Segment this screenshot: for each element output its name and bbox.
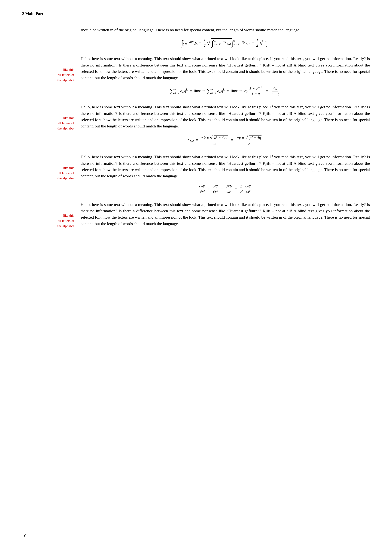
text-block-4: like this all letters of the alphabet He… [22,201,370,227]
intro-paragraph: should be written in of the original lan… [81,27,370,33]
integrand-2: e−αx²dx [219,40,231,46]
integral-bounds-1: ∞ 0 [182,39,185,46]
paragraph-2: Hello, here is some text without a meani… [81,104,370,129]
intro-text: should be written in of the original lan… [81,28,300,32]
integral-symbol-2: ∫ [211,39,214,47]
page: 2 Main Part should be written in of the … [0,0,392,554]
formula-integral: ∫ ∞ 0 e−αx²dx = 1 2 √ ∫ ∞ −∞ e−αx²dx [81,33,370,52]
content-area: should be written in of the original lan… [22,22,370,227]
margin-note-3: like this all letters of the alphabet [22,165,74,181]
margin-note-4: like this all letters of the alphabet [22,213,74,229]
formula-quadratic: x1,2 = −b ± √ b² − 4ac 2a = −p ± √ p² − … [81,129,370,151]
text-block-3: like this all letters of the alphabet He… [22,154,370,179]
formula-wave: ∂²Φ ∂x² + ∂²Φ ∂y² + ∂²Φ ∂z² = 1 c² ∂²Φ ∂… [81,180,370,198]
paragraph-3: Hello, here is some text without a meani… [81,154,370,179]
formula-series: ∑ ∞ k=0 a0qk = lim n→∞ ∑ n k=0 a0qk = li… [81,81,370,101]
text-block-2: like this all letters of the alphabet He… [22,104,370,129]
margin-note-2: like this all letters of the alphabet [22,115,74,131]
paragraph-1: Hello, here is some text without a meani… [81,55,370,81]
integral-bounds-2: ∞ −∞ [214,40,217,46]
page-header: 2 Main Part [22,11,370,16]
page-number: 10 [22,533,26,538]
margin-note-1: like this all letters of the alphabet [22,67,74,83]
integrand-1: e−αx²dx [185,40,197,46]
paragraph-4: Hello, here is some text without a meani… [81,201,370,227]
integrand-3: e−αy²dy [238,40,250,46]
text-block-1: like this all letters of the alphabet He… [22,55,370,81]
section-title: 2 Main Part [22,11,43,16]
